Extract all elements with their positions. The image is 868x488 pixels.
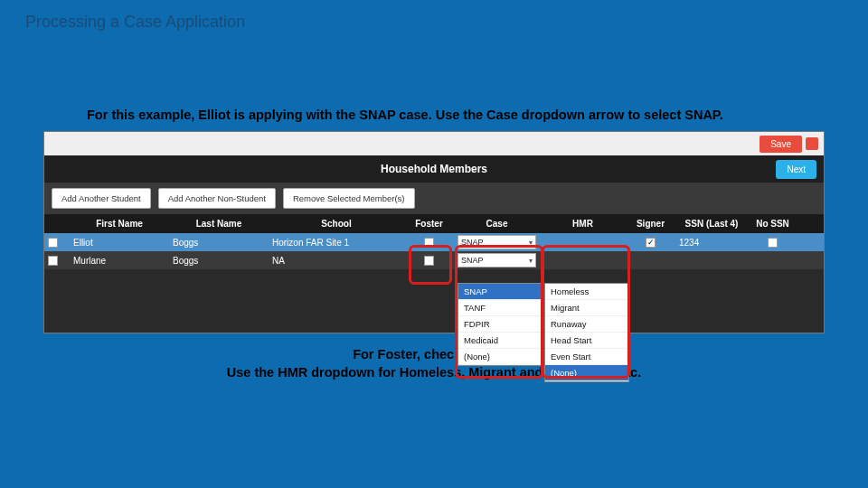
instruction-bottom: For Foster, check the box. Use the HMR d…: [0, 333, 868, 381]
row-checkbox[interactable]: [48, 256, 58, 266]
top-bar: Save: [44, 132, 824, 155]
col-first-name: First Name: [70, 214, 169, 233]
col-foster: Foster: [404, 214, 454, 233]
remove-selected-button[interactable]: Remove Selected Member(s): [283, 188, 415, 209]
section-title: Household Members: [44, 163, 824, 175]
add-student-button[interactable]: Add Another Student: [52, 188, 151, 209]
table-header-row: First Name Last Name School Foster Case …: [44, 214, 824, 233]
app-container: Save Household Members Next Add Another …: [43, 131, 825, 333]
row-checkbox[interactable]: [48, 238, 58, 248]
cell-last-name: Boggs: [169, 254, 269, 267]
col-school: School: [269, 214, 404, 233]
cell-ssn: 1234: [675, 236, 748, 249]
members-table: First Name Last Name School Foster Case …: [44, 214, 824, 333]
instruction-top: For this example, Elliot is applying wit…: [0, 32, 868, 131]
col-nossn: No SSN: [748, 214, 797, 233]
col-ssn: SSN (Last 4): [675, 214, 748, 233]
action-button-row: Add Another Student Add Another Non-Stud…: [44, 183, 824, 214]
cell-first-name: Murlane: [70, 254, 169, 267]
slide-title: Processing a Case Application: [0, 0, 868, 32]
highlight-foster: [409, 245, 452, 285]
signer-checkbox[interactable]: [646, 238, 656, 248]
save-button[interactable]: Save: [760, 136, 802, 153]
flag-icon[interactable]: [806, 137, 818, 150]
col-signer: Signer: [626, 214, 675, 233]
highlight-hmr: [542, 245, 630, 379]
nossn-checkbox[interactable]: [768, 238, 778, 248]
highlight-case: [455, 245, 543, 379]
col-case: Case: [454, 214, 540, 233]
instruction-bottom-line1: For Foster, check the box.: [36, 346, 832, 364]
cell-first-name: Elliot: [70, 236, 169, 249]
cell-last-name: Boggs: [169, 236, 269, 249]
instruction-bottom-line2: Use the HMR dropdown for Homeless, Migra…: [36, 364, 832, 382]
add-nonstudent-button[interactable]: Add Another Non-Student: [158, 188, 276, 209]
next-button[interactable]: Next: [776, 160, 816, 179]
cell-school: NA: [269, 254, 404, 267]
section-header: Household Members Next: [44, 155, 824, 183]
cell-school: Horizon FAR Site 1: [269, 236, 404, 249]
col-hmr: HMR: [540, 214, 626, 233]
col-last-name: Last Name: [169, 214, 269, 233]
